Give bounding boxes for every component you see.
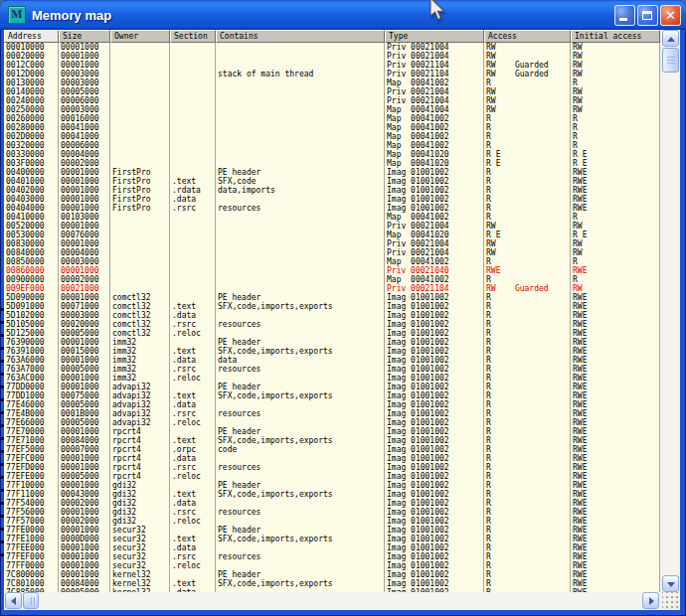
table-row[interactable]: 763A700000005000imm32.rsrcresourcesImag … <box>4 365 660 374</box>
table-row[interactable]: 0052000000001000Priv 00021004RWRW <box>4 222 660 231</box>
cell-size: 00003000 <box>59 70 110 78</box>
table-row[interactable]: 0024000000006000Priv 00021004RWRW <box>4 96 660 105</box>
table-row[interactable]: 0040300000001000FirstPro.dataImag 010010… <box>4 195 660 204</box>
table-row[interactable]: 5D10500000020000comctl32.rsrcresourcesIm… <box>4 320 660 329</box>
resize-grip[interactable] <box>662 592 680 610</box>
table-row[interactable]: 7C80100000084000kernel32.textSFX,code,im… <box>4 579 660 588</box>
table-row[interactable]: 763A600000001000imm32.datadataImag 01001… <box>4 356 660 365</box>
table-row[interactable]: 77FE000000001000secur32PE headerImag 010… <box>4 526 660 535</box>
table-row[interactable]: 77E7000000001000rpcrt4PE headerImag 0100… <box>4 427 660 436</box>
cell-initial_access: R E <box>571 231 660 239</box>
cell-contains <box>216 248 385 257</box>
table-row[interactable]: 002D000000041000Map 00041002RR <box>4 132 660 141</box>
table-row[interactable]: 0040100000001000FirstPro.textSFX,codeIma… <box>4 177 660 186</box>
table-row[interactable]: 77EFD00000001000rpcrt4.rsrcresourcesImag… <box>4 463 660 472</box>
table-row[interactable]: 009EF00000021000Priv 00021104RW GuardedR… <box>4 284 660 293</box>
cell-section: .text <box>170 436 216 445</box>
scroll-down-button[interactable] <box>662 575 679 592</box>
cell-section <box>170 284 216 293</box>
table-row[interactable]: 0040000000001000FirstProPE headerImag 01… <box>4 168 660 177</box>
vertical-scroll-thumb[interactable] <box>662 48 679 73</box>
column-header-contains[interactable]: Contains <box>216 30 385 43</box>
table-row[interactable]: 77E4B0000001B000advapi32.rsrcresourcesIm… <box>4 409 660 418</box>
table-row[interactable]: 77F5400000002000gdi32.dataImag 01001002R… <box>4 499 660 508</box>
table-row[interactable]: 0086000000001000Priv 00021040RWERWE <box>4 266 660 275</box>
table-row[interactable]: 77FE10000000D000secur32.textSFX,code,imp… <box>4 535 660 543</box>
table-row[interactable]: 5D09000000001000comctl32PE headerImag 01… <box>4 293 660 302</box>
table-row[interactable]: 77F1100000043000gdi32.textSFX,code,impor… <box>4 490 660 499</box>
table-row[interactable]: 0084000000004000Priv 00021004RWRW <box>4 248 660 257</box>
table-row[interactable]: 77EFC00000001000rpcrt4.dataImag 01001002… <box>4 454 660 463</box>
table-row[interactable]: 0090000000002000Map 00041002RR <box>4 275 660 284</box>
table-row[interactable]: 0025000000003000Map 00041004RWRW <box>4 105 660 114</box>
table-row[interactable]: 5D10200000003000comctl32.dataImag 010010… <box>4 311 660 320</box>
table-row[interactable]: 77F1000000001000gdi32PE headerImag 01001… <box>4 481 660 490</box>
column-header-address[interactable]: Address <box>4 30 59 43</box>
table-row[interactable]: 0012C00000001000Priv 00021104RW GuardedR… <box>4 61 660 70</box>
title-bar[interactable]: M Memory map ✕ <box>0 0 686 30</box>
cell-owner: FirstPro <box>110 204 170 213</box>
maximize-button[interactable] <box>637 5 658 26</box>
table-row[interactable]: 0012D00000003000stack of main threadPriv… <box>4 70 660 78</box>
table-row[interactable]: 77FF000000001000secur32.relocImag 010010… <box>4 561 660 570</box>
table-row[interactable]: 0014000000005000Priv 00021004RWRW <box>4 87 660 96</box>
cell-initial_access: RWE <box>571 320 660 329</box>
table-row[interactable]: 0083000000001000Priv 00021004RWRW <box>4 239 660 248</box>
table-row[interactable]: 7C80000000001000kernel32PE headerImag 01… <box>4 570 660 579</box>
table-row[interactable]: 0033000000004000Map 00041020R ER E <box>4 150 660 159</box>
horizontal-scroll-thumb[interactable] <box>23 592 39 609</box>
horizontal-scrollbar[interactable] <box>4 592 680 610</box>
vertical-scrollbar[interactable] <box>662 30 680 592</box>
cell-address: 00010000 <box>4 43 59 52</box>
table-row[interactable]: 0040200000001000FirstPro.rdatadata,impor… <box>4 186 660 195</box>
close-button[interactable]: ✕ <box>660 5 681 26</box>
column-header-access[interactable]: Access <box>484 30 571 43</box>
table-row[interactable]: 0002000000001000Priv 00021004RWRW <box>4 52 660 61</box>
table-row[interactable]: 0028000000041000Map 00041002RR <box>4 123 660 132</box>
table-row[interactable]: 0040400000001000FirstPro.rsrcresourcesIm… <box>4 204 660 213</box>
cell-type: Imag 01001002 <box>385 517 484 526</box>
cell-type: Priv 00021004 <box>385 52 484 61</box>
cell-size: 00041000 <box>59 132 110 141</box>
scroll-left-button[interactable] <box>5 592 22 609</box>
table-row[interactable]: 77E6600000005000advapi32.relocImag 01001… <box>4 418 660 427</box>
table-row[interactable]: 0026000000016000Map 00041002RR <box>4 114 660 123</box>
column-header-owner[interactable]: Owner <box>110 30 170 43</box>
table-row[interactable]: 77F5600000001000gdi32.rsrcresourcesImag … <box>4 508 660 517</box>
table-row[interactable]: 5D12500000005000comctl32.relocImag 01001… <box>4 329 660 338</box>
table-row[interactable]: 0085000000003000Map 00041002RR <box>4 257 660 266</box>
table-row[interactable]: 0053000000076000Map 00041020R ER E <box>4 231 660 239</box>
table-row[interactable]: 003F000000002000Map 00041020R ER E <box>4 159 660 168</box>
table-row[interactable]: 0041000000103000Map 00041002RR <box>4 213 660 222</box>
table-row[interactable]: 0001000000001000Priv 00021004RWRW <box>4 43 660 52</box>
table-row[interactable]: 77FEF00000001000secur32.rsrcresourcesIma… <box>4 552 660 561</box>
cell-address: 77DD0000 <box>4 383 59 391</box>
cell-address: 763A6000 <box>4 356 59 365</box>
table-row[interactable]: 5D09100000071000comctl32.textSFX,code,im… <box>4 302 660 311</box>
table-row[interactable]: 77DD000000001000advapi32PE headerImag 01… <box>4 383 660 391</box>
cell-type: Priv 00021004 <box>385 43 484 52</box>
cell-contains <box>216 141 385 150</box>
table-row[interactable]: 77EFE00000005000rpcrt4.relocImag 0100100… <box>4 472 660 481</box>
scroll-right-button[interactable] <box>642 592 659 609</box>
column-header-section[interactable]: Section <box>170 30 216 43</box>
table-row[interactable]: 763AC00000001000imm32.relocImag 01001002… <box>4 374 660 383</box>
table-row[interactable]: 0032000000006000Map 00041002RR <box>4 141 660 150</box>
cell-access: R E <box>484 159 571 168</box>
table-row[interactable]: 77E7100000084000rpcrt4.textSFX,code,impo… <box>4 436 660 445</box>
cell-address: 00860000 <box>4 266 59 275</box>
table-row[interactable]: 77FEE00000001000secur32.dataImag 0100100… <box>4 543 660 552</box>
column-header-type[interactable]: Type <box>385 30 484 43</box>
scroll-up-button[interactable] <box>662 30 679 47</box>
minimize-button[interactable] <box>614 5 635 26</box>
table-row[interactable]: 7639100000015000imm32.textSFX,code,impor… <box>4 347 660 356</box>
table-row[interactable]: 77E4600000005000advapi32.dataImag 010010… <box>4 400 660 409</box>
table-row[interactable]: 0013000000003000Map 00041002RR <box>4 78 660 87</box>
column-header-initial-access[interactable]: Initial access <box>571 30 660 43</box>
column-header-size[interactable]: Size <box>59 30 110 43</box>
table-row[interactable]: 77F5700000002000gdi32.relocImag 01001002… <box>4 517 660 526</box>
table-row[interactable]: 77DD100000075000advapi32.textSFX,code,im… <box>4 391 660 400</box>
table-row[interactable]: 77EF500000007000rpcrt4.orpccodeImag 0100… <box>4 445 660 454</box>
table-row[interactable]: 7639000000001000imm32PE headerImag 01001… <box>4 338 660 347</box>
cell-type: Map 00041002 <box>385 114 484 123</box>
